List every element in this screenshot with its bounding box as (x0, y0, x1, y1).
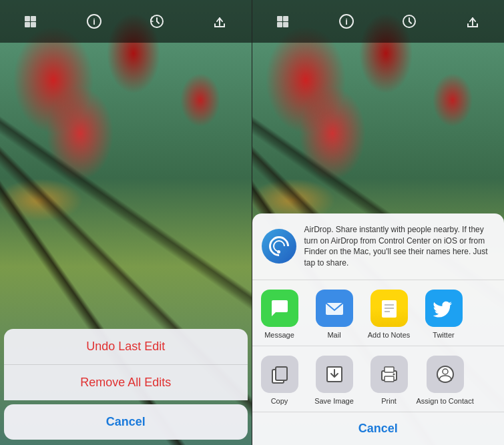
svg-rect-1 (31, 16, 36, 21)
action-icons-row: Copy Save Image (252, 346, 505, 412)
print-icon (370, 356, 408, 393)
undo-last-edit-button[interactable]: Undo Last Edit (4, 329, 248, 365)
notes-label: Add to Notes (368, 331, 411, 339)
svg-rect-26 (385, 376, 394, 382)
svg-rect-3 (31, 22, 36, 27)
action-sheet-left: Undo Last Edit Remove All Edits Cancel (0, 329, 252, 445)
action-options: Undo Last Edit Remove All Edits (4, 329, 248, 400)
save-image-icon (316, 356, 353, 393)
airdrop-description: AirDrop. Share instantly with people nea… (304, 224, 495, 269)
assign-contact-icon (427, 356, 464, 393)
svg-rect-0 (25, 16, 30, 21)
airdrop-dot (277, 250, 280, 254)
left-toolbar: i (0, 0, 252, 43)
share-sheet: AirDrop. Share instantly with people nea… (252, 213, 505, 445)
left-panel: i Undo Last Edit Remove All Edits Cancel (0, 0, 252, 445)
right-toolbar: i (252, 0, 505, 43)
photos-icon[interactable] (22, 12, 41, 31)
remove-all-edits-button[interactable]: Remove All Edits (4, 365, 248, 400)
twitter-icon (425, 290, 463, 327)
info-icon[interactable]: i (85, 12, 103, 31)
svg-rect-8 (277, 16, 282, 21)
share-icon[interactable] (210, 12, 229, 31)
save-image-action-item[interactable]: Save Image (307, 356, 362, 405)
svg-text:i: i (93, 17, 95, 27)
history-icon[interactable] (148, 12, 166, 31)
notes-app-item[interactable]: Add to Notes (362, 290, 417, 339)
message-app-item[interactable]: Message (252, 290, 307, 339)
airdrop-section: AirDrop. Share instantly with people nea… (252, 213, 505, 280)
mail-label: Mail (327, 331, 340, 339)
left-cancel-button[interactable]: Cancel (4, 404, 248, 440)
airdrop-wifi-icon (270, 237, 288, 256)
notes-icon (370, 290, 408, 327)
twitter-app-item[interactable]: Twitter (417, 290, 471, 339)
message-label: Message (264, 331, 294, 339)
svg-rect-17 (382, 300, 397, 318)
svg-rect-25 (385, 367, 394, 372)
print-label: Print (381, 397, 397, 405)
message-icon (261, 290, 298, 327)
mail-icon (316, 290, 353, 327)
twitter-label: Twitter (433, 331, 454, 339)
svg-point-29 (443, 369, 448, 374)
app-icons-row: Message Mail (252, 280, 505, 346)
svg-rect-22 (276, 367, 287, 380)
right-cancel-button[interactable]: Cancel (252, 412, 505, 445)
svg-rect-2 (25, 22, 30, 27)
right-info-icon[interactable]: i (337, 12, 356, 31)
svg-point-27 (393, 374, 395, 376)
airdrop-icon (262, 229, 296, 264)
svg-text:i: i (345, 17, 348, 27)
right-photos-icon[interactable] (274, 12, 293, 31)
mail-app-item[interactable]: Mail (307, 290, 362, 339)
copy-label: Copy (271, 397, 288, 405)
assign-contact-label: Assign to Contact (417, 397, 474, 405)
assign-contact-action-item[interactable]: Assign to Contact (417, 356, 474, 405)
svg-rect-10 (277, 22, 282, 27)
copy-icon (261, 356, 298, 393)
right-history-icon[interactable] (400, 12, 419, 31)
right-panel: i AirDrop. Share instantly (252, 0, 505, 445)
save-image-label: Save Image (314, 397, 354, 405)
svg-rect-11 (283, 22, 288, 27)
right-share-icon[interactable] (463, 12, 482, 31)
print-action-item[interactable]: Print (362, 356, 417, 405)
copy-action-item[interactable]: Copy (252, 356, 307, 405)
svg-rect-9 (283, 16, 288, 21)
